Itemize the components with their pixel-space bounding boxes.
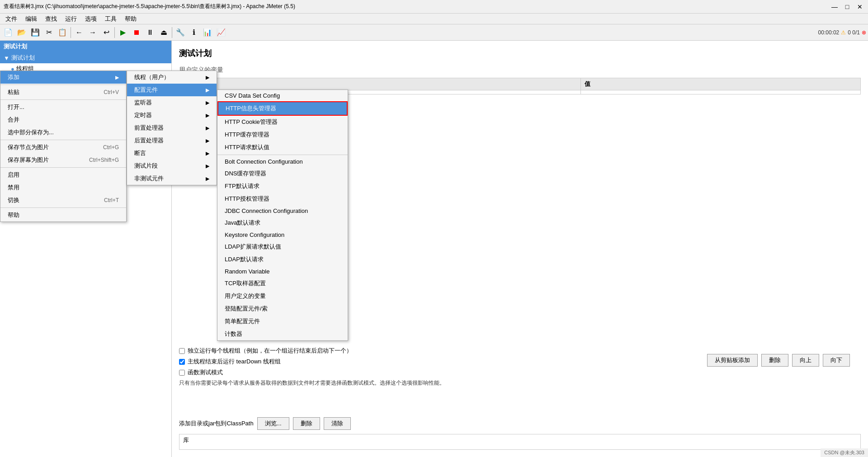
chart-button[interactable]: 📈 [215,26,227,39]
minimize-button[interactable]: — [830,2,839,11]
table-button[interactable]: 📊 [201,26,214,39]
info-button[interactable]: ℹ [188,26,200,39]
ctx-timer-arrow: ▶ [206,113,209,118]
ctx-assertion-arrow: ▶ [206,151,209,156]
ctx-test-fragment[interactable]: 测试片段 ▶ [127,160,217,172]
ctx-enable-label: 启用 [8,171,19,179]
run-counter: 0 0/1 [848,29,860,36]
ctx-save-screen-label: 保存屏幕为图片 [8,156,49,164]
ctx-login-config-label: 登陆配置元件/索 [225,305,268,313]
settings-button[interactable]: 🔧 [174,26,187,39]
ctx-postprocessor[interactable]: 后置处理器 ▶ [127,134,217,147]
ctx-config-arrow: ▶ [206,87,209,93]
ctx-dns[interactable]: DNS缓存管理器 [217,167,348,180]
ctx-paste[interactable]: 粘贴 Ctrl+V [0,86,126,99]
ctx-keystore[interactable]: Keystore Configuration [217,229,348,240]
save-button[interactable]: 💾 [29,26,42,39]
pause-button[interactable]: ⏸ [144,26,156,39]
ctx-counter[interactable]: 计数器 [217,328,348,340]
ctx-dns-label: DNS缓存管理器 [225,170,266,178]
ctx-help[interactable]: 帮助 [0,209,126,221]
ctx-java-defaults-label: Java默认请求 [225,219,260,227]
ctx-ldap-ext[interactable]: LDAP扩展请求默认值 [217,240,348,253]
back-button[interactable]: ← [73,26,85,39]
ctx-sep-4 [0,167,126,168]
ctx-non-test-arrow: ▶ [206,176,209,182]
ctx-config[interactable]: 配置元件 ▶ [127,84,217,96]
ctx-user-vars[interactable]: 用户定义的变量 [217,290,348,302]
ctx-save-node-label: 保存节点为图片 [8,143,49,151]
ctx-non-test-label: 非测试元件 [134,174,164,183]
ctx-random-var[interactable]: Random Variable [217,266,348,277]
ctx-sep-3 [0,140,126,140]
ctx-http-auth-label: HTTP授权管理器 [225,195,269,203]
ctx-enable[interactable]: 启用 [0,169,126,181]
ctx-jdbc[interactable]: JDBC Connection Configuration [217,205,348,217]
ctx-bolt-label: Bolt Connection Configuration [225,158,303,165]
ctx-csv[interactable]: CSV Data Set Config [217,90,348,101]
ctx-assertion[interactable]: 断言 ▶ [127,147,217,160]
ctx-add-label: 添加 [8,73,19,81]
ctx-timer-label: 定时器 [134,111,152,119]
ctx-user-vars-label: 用户定义的变量 [225,292,266,300]
menu-tools[interactable]: 工具 [101,14,120,24]
ctx-threads[interactable]: 线程（用户） ▶ [127,71,217,84]
ctx-save-screen-img[interactable]: 保存屏幕为图片 Ctrl+Shift+G [0,154,126,166]
ctx-timer[interactable]: 定时器 ▶ [127,109,217,122]
ctx-assertion-label: 断言 [134,149,146,157]
ctx-add[interactable]: 添加 ▶ [0,71,126,84]
menu-options[interactable]: 选项 [81,14,100,24]
ctx-merge[interactable]: 合并 [0,113,126,126]
ctx-http-auth[interactable]: HTTP授权管理器 [217,193,348,205]
stop-button[interactable]: ⏹ [130,26,143,39]
menu-find[interactable]: 查找 [42,14,61,24]
open-button[interactable]: 📂 [15,26,28,39]
ctx-bolt[interactable]: Bolt Connection Configuration [217,156,348,167]
cut-button[interactable]: ✂ [42,26,55,39]
ctx-sep-1 [0,85,126,85]
ctx-random-var-label: Random Variable [225,268,269,275]
ctx-save-node-img[interactable]: 保存节点为图片 Ctrl+G [0,141,126,154]
maximize-button[interactable]: □ [843,2,852,11]
menu-help[interactable]: 帮助 [121,14,140,24]
ctx-java-defaults[interactable]: Java默认请求 [217,217,348,229]
menu-run[interactable]: 运行 [61,14,80,24]
ctx-non-test[interactable]: 非测试元件 ▶ [127,172,217,185]
menu-edit[interactable]: 编辑 [22,14,41,24]
new-button[interactable]: 📄 [2,26,14,39]
ctx-http-cookie[interactable]: HTTP Cookie管理器 [217,116,348,128]
ctx-ldap[interactable]: LDAP默认请求 [217,253,348,266]
ctx-disable[interactable]: 禁用 [0,181,126,194]
ctx-simple-config[interactable]: 简单配置元件 [217,315,348,328]
ctx-toggle[interactable]: 切换 Ctrl+T [0,194,126,207]
ctx-simple-config-label: 简单配置元件 [225,317,260,325]
ctx-ldap-label: LDAP默认请求 [225,255,264,264]
ctx-toggle-label: 切换 [8,196,19,204]
ctx-login-config[interactable]: 登陆配置元件/索 [217,302,348,315]
ctx-http-defaults[interactable]: HTTP请求默认值 [217,141,348,154]
close-button[interactable]: ✕ [855,2,864,11]
run-button[interactable]: ▶ [117,26,129,39]
ctx-tcp-config-label: TCP取样器配置 [225,279,266,287]
ctx-http-cookie-label: HTTP Cookie管理器 [225,118,278,126]
reset-button[interactable]: ⏏ [157,26,170,39]
ctx-preprocessor[interactable]: 前置处理器 ▶ [127,122,217,134]
ctx-http-header[interactable]: HTTP信息头管理器 [217,101,348,116]
ctx-save-selection[interactable]: 选中部分保存为... [0,126,126,139]
menu-file[interactable]: 文件 [2,14,21,24]
warning-icon: ⚠ [841,29,846,36]
ctx-disable-label: 禁用 [8,184,19,192]
ctx-sep-5 [0,207,126,208]
ctx-listener[interactable]: 监听器 ▶ [127,96,217,109]
copy-button[interactable]: 📋 [56,26,69,39]
undo-button[interactable]: ↩ [100,26,113,39]
ctx-open[interactable]: 打开... [0,101,126,113]
forward-button[interactable]: → [86,26,99,39]
ctx-help-label: 帮助 [8,211,19,219]
ctx-listener-label: 监听器 [134,99,152,107]
ctx-jdbc-label: JDBC Connection Configuration [225,207,308,214]
ctx-http-cache[interactable]: HTTP缓存管理器 [217,128,348,141]
ctx-save-screen-shortcut: Ctrl+Shift+G [89,157,119,163]
ctx-tcp-config[interactable]: TCP取样器配置 [217,277,348,290]
ctx-ftp[interactable]: FTP默认请求 [217,180,348,193]
